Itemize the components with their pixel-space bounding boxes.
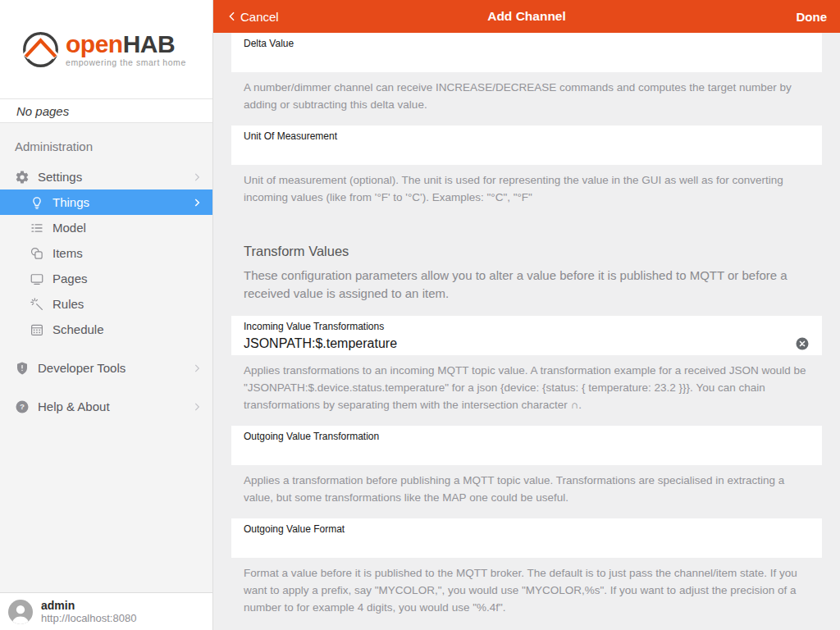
question-circle-icon: ? bbox=[15, 399, 30, 414]
brand-wordmark: openHAB bbox=[66, 31, 186, 57]
sidebar-item-label: Model bbox=[52, 221, 203, 235]
sidebar-item-label: Developer Tools bbox=[38, 361, 183, 375]
sidebar-item-label: Settings bbox=[38, 170, 183, 184]
outgoing-value-format-input[interactable] bbox=[244, 537, 810, 555]
administration-section-label: Administration bbox=[0, 139, 212, 153]
sidebar-item-pages[interactable]: Pages bbox=[0, 266, 212, 291]
field-label: Outgoing Value Format bbox=[244, 523, 810, 536]
navbar: Cancel Add Channel Done bbox=[213, 0, 840, 33]
app-window: openHAB empowering the smart home No pag… bbox=[0, 0, 840, 630]
clear-input-icon[interactable] bbox=[795, 336, 810, 351]
sidebar-item-label: Things bbox=[52, 195, 183, 209]
openhab-house-icon bbox=[21, 30, 60, 69]
field-help-text: Applies transformations to an incoming M… bbox=[244, 362, 814, 413]
cancel-button[interactable]: Cancel bbox=[226, 9, 279, 24]
openhab-logo: openHAB empowering the smart home bbox=[0, 0, 212, 99]
no-pages-label: No pages bbox=[0, 99, 212, 123]
incoming-value-transformations-input[interactable] bbox=[244, 335, 788, 353]
outgoing-value-format-field[interactable]: Outgoing Value Format bbox=[231, 518, 822, 558]
sidebar-item-rules[interactable]: Rules bbox=[0, 291, 212, 317]
chevron-right-icon bbox=[191, 400, 203, 413]
sidebar-item-label: Schedule bbox=[52, 322, 203, 336]
delta-value-input[interactable] bbox=[244, 52, 810, 70]
chevron-right-icon bbox=[191, 196, 203, 209]
sidebar-item-label: Items bbox=[52, 246, 203, 260]
add-channel-panel: Cancel Add Channel Done Delta Value A nu… bbox=[213, 0, 840, 630]
sidebar-item-things[interactable]: Things bbox=[0, 189, 212, 215]
sidebar-item-model[interactable]: Model bbox=[0, 215, 212, 240]
user-panel[interactable]: admin http://localhost:8080 bbox=[0, 592, 212, 630]
lightbulb-icon bbox=[30, 195, 44, 210]
brand-tagline: empowering the smart home bbox=[66, 57, 186, 67]
field-label: Unit Of Measurement bbox=[244, 130, 810, 143]
outgoing-value-transformation-field[interactable]: Outgoing Value Transformation bbox=[231, 426, 822, 465]
field-help-text: Applies a transformation before publishi… bbox=[244, 472, 814, 506]
server-url: http://localhost:8080 bbox=[41, 612, 136, 624]
field-label: Delta Value bbox=[244, 38, 810, 50]
transform-values-section: Transform Values These configuration par… bbox=[244, 244, 814, 303]
display-icon bbox=[30, 272, 44, 286]
square-on-circle-icon bbox=[30, 246, 44, 261]
unit-of-measurement-field[interactable]: Unit Of Measurement bbox=[231, 126, 822, 165]
done-button[interactable]: Done bbox=[797, 10, 828, 24]
shield-exclamation-icon bbox=[15, 361, 30, 376]
chevron-left-icon bbox=[226, 9, 239, 24]
sidebar-item-developer-tools[interactable]: Developer Tools bbox=[0, 355, 212, 381]
section-description: These configuration parameters allow you… bbox=[244, 267, 814, 303]
field-label: Incoming Value Transformations bbox=[244, 321, 810, 333]
section-title: Transform Values bbox=[244, 244, 814, 259]
outgoing-value-transformation-input[interactable] bbox=[244, 445, 810, 463]
incoming-value-transformations-field[interactable]: Incoming Value Transformations bbox=[231, 316, 822, 355]
chevron-right-icon bbox=[191, 171, 203, 184]
sidebar-item-help-about[interactable]: ? Help & About bbox=[0, 394, 212, 419]
chevron-right-icon bbox=[191, 362, 203, 375]
sidebar-item-schedule[interactable]: Schedule bbox=[0, 317, 212, 342]
sidebar-item-label: Pages bbox=[52, 272, 203, 285]
unit-of-measurement-input[interactable] bbox=[244, 144, 810, 162]
sidebar-item-label: Help & About bbox=[38, 399, 183, 413]
svg-text:?: ? bbox=[20, 402, 25, 411]
username: admin bbox=[41, 599, 136, 612]
sidebar-item-settings[interactable]: Settings bbox=[0, 164, 212, 189]
calendar-icon bbox=[30, 322, 44, 337]
delta-value-field[interactable]: Delta Value bbox=[231, 33, 822, 72]
field-help-text: Format a value before it is published to… bbox=[244, 564, 814, 616]
sidebar-item-items[interactable]: Items bbox=[0, 240, 212, 266]
field-help-text: Unit of measurement (optional). The unit… bbox=[244, 171, 814, 206]
field-help-text: A number/dimmer channel can receive INCR… bbox=[244, 79, 814, 113]
gear-icon bbox=[15, 170, 30, 185]
sidebar-nav: Administration Settings Things Mo bbox=[0, 123, 212, 592]
avatar bbox=[8, 600, 33, 624]
model-tree-icon bbox=[30, 221, 44, 235]
page-title: Add Channel bbox=[487, 9, 566, 24]
sidebar: openHAB empowering the smart home No pag… bbox=[0, 0, 213, 630]
field-label: Outgoing Value Transformation bbox=[244, 431, 810, 443]
form-content: Delta Value A number/dimmer channel can … bbox=[213, 33, 840, 630]
wand-sparkle-icon bbox=[30, 297, 44, 312]
sidebar-item-label: Rules bbox=[52, 297, 203, 311]
